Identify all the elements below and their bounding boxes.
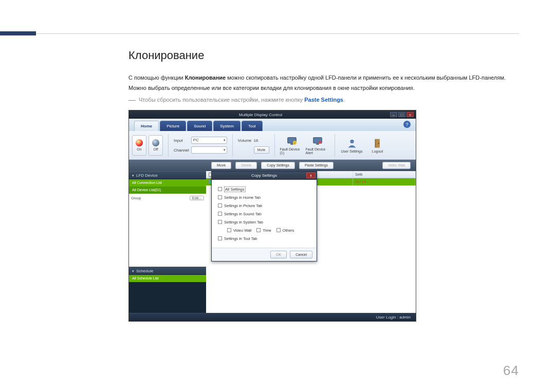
subopt-others[interactable]: Others: [276, 228, 294, 233]
power-on-label: On: [137, 147, 141, 151]
checkbox-icon[interactable]: [218, 203, 222, 208]
power-on-icon: [136, 139, 143, 146]
checkbox-icon[interactable]: [218, 236, 222, 240]
opt-label: Video Wall: [233, 228, 251, 233]
monitor-alert-icon: [312, 136, 323, 147]
col-setting[interactable]: Setti: [353, 171, 416, 178]
power-off-button[interactable]: Off: [149, 135, 163, 156]
accent-bar: [0, 31, 36, 35]
main-tabs: Home Picture Sound System Tool ?: [129, 119, 416, 131]
app-screenshot: Multiple Display Control – □ x Home Pict…: [128, 110, 416, 322]
opt-label: Settings in Home Tab: [224, 195, 261, 200]
subopt-time[interactable]: Time: [256, 228, 271, 233]
power-on-button[interactable]: On: [132, 135, 146, 156]
page-heading: Клонирование: [128, 49, 519, 62]
checkbox-icon[interactable]: [218, 187, 222, 191]
copy-settings-button[interactable]: Copy Settings: [261, 162, 295, 169]
opt-label: Time: [263, 228, 271, 233]
channel-combo[interactable]: [191, 146, 227, 154]
input-combo[interactable]: PC: [191, 137, 227, 144]
logout-button[interactable]: Logout: [366, 138, 390, 153]
opt-system-tab[interactable]: Settings in System Tab: [218, 218, 310, 226]
sidebar-all-connection[interactable]: All Connection List: [129, 179, 206, 186]
hint-c: .: [343, 97, 345, 103]
hint-dash: ―: [128, 96, 136, 104]
move-button[interactable]: Move: [211, 162, 231, 169]
video-wall-button[interactable]: Video Wall: [382, 162, 411, 169]
monitor-warning-icon: !: [286, 136, 298, 147]
tab-system[interactable]: System: [213, 121, 240, 131]
actions-bar: Move Delete Copy Settings Paste Settings…: [129, 160, 416, 171]
window-maximize-button[interactable]: □: [398, 112, 405, 117]
toolbar-separator-3: [274, 134, 275, 157]
checkbox-icon[interactable]: [218, 212, 222, 216]
window-minimize-button[interactable]: –: [390, 112, 397, 117]
opt-all-settings[interactable]: All Settings: [218, 185, 310, 193]
opt-home-tab[interactable]: Settings in Home Tab: [218, 193, 310, 201]
opt-tool-tab[interactable]: Settings in Tool Tab: [218, 234, 310, 242]
sidebar-head-lfd[interactable]: LFD Device: [129, 171, 206, 179]
toolbar-separator-4: [335, 134, 335, 157]
hint-text: Чтобы сбросить пользовательские настройк…: [139, 97, 345, 103]
fault-alert-button[interactable]: Fault Device Alert: [306, 136, 329, 155]
toolbar-separator-2: [232, 134, 233, 157]
p1-a: С помощью функции: [128, 74, 185, 81]
opt-label: Settings in Picture Tab: [224, 203, 263, 208]
checkbox-icon[interactable]: [256, 228, 261, 232]
status-bar: User Login : admin: [129, 313, 416, 321]
toolbar-separator: [168, 134, 169, 157]
sidebar-all-device[interactable]: All Device List(01): [129, 186, 206, 194]
door-icon: [372, 138, 383, 149]
sidebar-group-panel: Group Edit...: [129, 194, 206, 267]
user-settings-label: User Settings: [341, 150, 362, 153]
fault-alert-label: Fault Device Alert: [306, 147, 329, 155]
checkbox-icon[interactable]: [227, 228, 231, 232]
paste-settings-button[interactable]: Paste Settings: [299, 162, 334, 169]
hint-a: Чтобы сбросить пользовательские настройк…: [139, 97, 304, 103]
window-titlebar: Multiple Display Control – □ x: [129, 110, 416, 119]
tab-sound[interactable]: Sound: [187, 121, 212, 131]
tab-tool[interactable]: Tool: [242, 121, 263, 131]
mute-button[interactable]: Mute: [254, 146, 269, 154]
dialog-cancel-button[interactable]: Cancel: [290, 251, 312, 258]
opt-sound-tab[interactable]: Settings in Sound Tab: [218, 210, 310, 218]
sidebar-all-schedule[interactable]: All Schedule List: [129, 275, 206, 282]
tab-home[interactable]: Home: [134, 121, 159, 131]
window-close-button[interactable]: x: [406, 112, 414, 117]
logout-label: Logout: [372, 150, 383, 153]
window-title: Multiple Display Control: [239, 113, 282, 117]
fault-device-button[interactable]: ! Fault Device (1): [280, 136, 304, 155]
dialog-title: Copy Settings: [251, 173, 277, 178]
sidebar-head-schedule[interactable]: Schedule: [129, 267, 206, 275]
opt-label: Settings in Tool Tab: [224, 236, 257, 241]
opt-label: Settings in System Tab: [224, 220, 263, 225]
volume-label: Volume: [238, 138, 252, 143]
checkbox-icon[interactable]: [218, 220, 222, 224]
copy-settings-dialog: Copy Settings x All Settings Settings in…: [211, 171, 317, 262]
tab-picture[interactable]: Picture: [160, 121, 186, 131]
user-settings-button[interactable]: User Settings: [340, 138, 364, 153]
svg-point-9: [378, 143, 379, 144]
checkbox-icon[interactable]: [218, 195, 222, 199]
user-icon: [346, 138, 358, 149]
channel-label: Channel: [174, 148, 189, 153]
input-label: Input: [174, 138, 189, 143]
page-number: 64: [503, 363, 519, 379]
hint-link: Paste Settings: [304, 97, 343, 103]
p1-b: Клонирование: [185, 74, 226, 81]
opt-picture-tab[interactable]: Settings in Picture Tab: [218, 201, 310, 210]
svg-rect-5: [316, 144, 319, 145]
p1-c: можно скопировать настройку одной LFD-па…: [226, 74, 506, 81]
main-grid-area: ID ywer Input Setti 0 PC 217.14: [206, 171, 416, 313]
delete-button[interactable]: Delete: [235, 162, 257, 169]
power-off-label: Off: [153, 147, 158, 151]
subopt-video-wall[interactable]: Video Wall: [227, 228, 251, 233]
checkbox-icon[interactable]: [276, 228, 281, 232]
dialog-titlebar: Copy Settings x: [212, 172, 317, 180]
group-edit-button[interactable]: Edit...: [190, 196, 204, 200]
dialog-ok-button[interactable]: OK: [270, 251, 287, 258]
help-icon[interactable]: ?: [403, 121, 411, 128]
dialog-close-button[interactable]: x: [306, 173, 316, 178]
svg-point-6: [350, 139, 354, 143]
top-rule: [36, 33, 519, 34]
